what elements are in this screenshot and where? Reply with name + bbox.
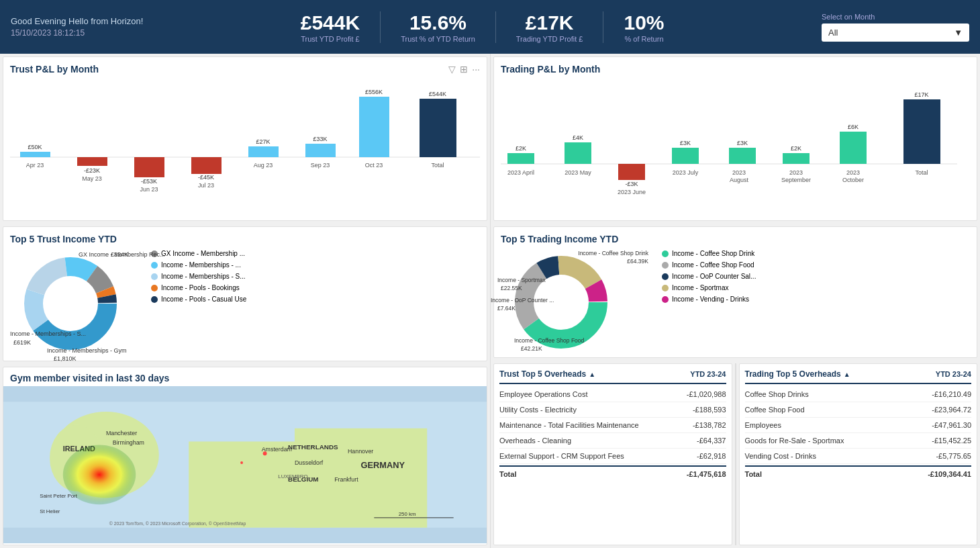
trading-overhead-total: Total -£109,364.41 bbox=[745, 465, 972, 482]
trust-donut-label-gym: Income - Memberships - Gym bbox=[47, 347, 127, 354]
trading-row4-value: -£5,775.65 bbox=[936, 452, 971, 460]
trust-donut-label-smem: Income - Memberships - S... bbox=[10, 330, 86, 337]
expand-icon[interactable]: ⊞ bbox=[460, 64, 468, 75]
trust-row2-name: Maintenance - Total Facilities Maintenan… bbox=[499, 421, 693, 429]
table-divider bbox=[735, 363, 736, 545]
trading-row3-name: Goods for Re-Sale - Sportmax bbox=[745, 437, 932, 445]
svg-text:Birmingham: Birmingham bbox=[113, 439, 144, 446]
svg-text:£27K: £27K bbox=[256, 138, 270, 145]
svg-point-56 bbox=[263, 451, 267, 455]
trust-total-value: -£1,475,618 bbox=[687, 470, 726, 478]
svg-text:£2K: £2K bbox=[791, 145, 801, 152]
legend-label-mem1: Income - Memberships - ... bbox=[161, 261, 241, 269]
kpi-trust-return-label: Trust % of YTD Return bbox=[401, 35, 475, 43]
main-content: Trust P&L by Month ▽ ⊞ ··· £50K Ap bbox=[0, 54, 980, 548]
more-icon[interactable]: ··· bbox=[472, 64, 480, 75]
svg-text:2023: 2023 bbox=[789, 169, 803, 176]
trading-income-chart: Top 5 Trading Income YTD bbox=[493, 226, 977, 358]
legend-item-gx: GX Income - Membership ... bbox=[151, 250, 480, 257]
trust-row1-name: Utility Costs - Electricity bbox=[499, 406, 693, 414]
svg-text:Frankfurt: Frankfurt bbox=[334, 476, 358, 483]
gym-map-title: Gym member visited in last 30 days bbox=[3, 367, 487, 386]
svg-text:£556K: £556K bbox=[365, 89, 383, 95]
kpi-pct-return: 10% % of Return bbox=[603, 11, 684, 43]
svg-text:Amsterdam: Amsterdam bbox=[262, 446, 292, 453]
trading-row1-name: Coffee Shop Food bbox=[745, 406, 932, 414]
month-select[interactable]: All ▼ bbox=[822, 24, 969, 42]
trust-donut-value-gx: £324K bbox=[111, 251, 128, 258]
kpi-trading-profit-value: £17K bbox=[516, 11, 583, 34]
trust-row4-name: External Support - CRM Support Fees bbox=[499, 452, 697, 460]
svg-text:Jul 23: Jul 23 bbox=[198, 182, 214, 189]
kpi-trust-profit-label: Trust YTD Profit £ bbox=[301, 35, 360, 43]
trust-pl-bar-chart: £50K Apr 23 -£23K May 23 -£53K Jun 23 -£… bbox=[10, 87, 480, 204]
kpi-trust-return: 15.6% Trust % of YTD Return bbox=[381, 11, 496, 43]
header-greeting: Good Evening Hello from Horizon! 15/10/2… bbox=[11, 15, 143, 39]
filter-label: Select on Month bbox=[822, 13, 969, 21]
svg-text:-£23K: -£23K bbox=[84, 167, 100, 174]
kpi-trading-profit-label: Trading YTD Profit £ bbox=[516, 35, 583, 43]
greeting-text: Good Evening Hello from Horizon! bbox=[11, 15, 143, 28]
trading-overhead-row-4: Vending Cost - Drinks -£5,775.65 bbox=[745, 449, 972, 464]
trading-pl-title: Trading P&L by Month bbox=[501, 64, 970, 75]
trading-donut-label-oop: Income - OoP Counter ... bbox=[491, 297, 554, 304]
svg-rect-4 bbox=[77, 157, 107, 166]
trading-donut-label-sportmax: Income - Sportmax bbox=[497, 277, 546, 283]
svg-rect-75 bbox=[783, 153, 810, 164]
svg-text:£50K: £50K bbox=[28, 144, 42, 150]
svg-text:£33K: £33K bbox=[313, 136, 327, 142]
kpi-trust-profit-value: £544K bbox=[301, 11, 360, 34]
trading-donut-label-food: Income - Coffee Shop Food bbox=[514, 337, 584, 344]
svg-point-32 bbox=[44, 277, 97, 330]
month-filter: Select on Month All ▼ bbox=[822, 13, 969, 42]
legend-label-mem2: Income - Memberships - S... bbox=[161, 273, 246, 280]
trading-row3-value: -£15,452.25 bbox=[932, 437, 971, 445]
kpi-bar: £544K Trust YTD Profit £ 15.6% Trust % o… bbox=[156, 11, 808, 43]
left-panel: Trust P&L by Month ▽ ⊞ ··· £50K Ap bbox=[0, 54, 491, 548]
svg-point-57 bbox=[240, 461, 243, 464]
trading-row0-value: -£16,210.49 bbox=[932, 390, 971, 398]
trading-income-legend: Income - Coffee Shop Drink Income - Coff… bbox=[662, 250, 970, 351]
svg-text:2023: 2023 bbox=[846, 169, 860, 176]
legend-item-pools-book: Income - Pools - Bookings bbox=[151, 284, 480, 291]
trading-overhead-row-2: Employees -£47,961.30 bbox=[745, 418, 972, 433]
trading-donut-value-drink: £64.39K bbox=[627, 258, 648, 265]
trading-row2-name: Employees bbox=[745, 421, 932, 429]
chart-toolbar[interactable]: ▽ ⊞ ··· bbox=[448, 64, 480, 75]
trading-donut-label-drink: Income - Coffee Shop Drink bbox=[578, 250, 648, 257]
filter-icon[interactable]: ▽ bbox=[448, 64, 456, 75]
svg-rect-83 bbox=[903, 99, 940, 164]
svg-text:LUXEMBRO...: LUXEMBRO... bbox=[278, 473, 312, 479]
trust-income-legend: GX Income - Membership ... Income - Memb… bbox=[151, 250, 480, 354]
sort-arrow-trading[interactable]: ▲ bbox=[844, 371, 850, 378]
svg-text:250 km: 250 km bbox=[399, 511, 416, 517]
legend-label-pools-book: Income - Pools - Bookings bbox=[161, 284, 240, 291]
legend-dot-pools-casual bbox=[151, 296, 158, 303]
svg-rect-65 bbox=[618, 164, 645, 180]
svg-text:September: September bbox=[781, 177, 811, 183]
legend-label-oop: Income - OoP Counter Sal... bbox=[672, 273, 756, 280]
trading-pl-bar-chart: £2K 2023 April £4K 2023 May -£3K 2023 Ju… bbox=[501, 83, 957, 201]
legend-label-pools-casual: Income - Pools - Casual Use bbox=[161, 295, 246, 303]
svg-text:2023 April: 2023 April bbox=[507, 169, 534, 176]
legend-item-mem1: Income - Memberships - ... bbox=[151, 261, 480, 269]
legend-label-sportmax: Income - Sportmax bbox=[672, 284, 728, 291]
legend-dot-oop bbox=[662, 273, 669, 280]
svg-text:£544K: £544K bbox=[429, 91, 446, 97]
svg-text:2023 June: 2023 June bbox=[618, 189, 646, 195]
sort-arrow-trust[interactable]: ▲ bbox=[589, 371, 595, 378]
trust-overhead-row-1: Utility Costs - Electricity -£188,593 bbox=[499, 402, 726, 418]
legend-item-vending: Income - Vending - Drinks bbox=[662, 295, 970, 303]
trust-overhead-row-4: External Support - CRM Support Fees -£62… bbox=[499, 449, 726, 464]
svg-text:£6K: £6K bbox=[848, 124, 859, 130]
svg-text:2023 May: 2023 May bbox=[565, 169, 591, 176]
svg-text:Oct 23: Oct 23 bbox=[365, 162, 383, 169]
svg-rect-62 bbox=[565, 142, 591, 164]
svg-text:Sep 23: Sep 23 bbox=[311, 162, 330, 169]
overheads-tables: Trust Top 5 Overheads ▲ YTD 23-24 Employ… bbox=[491, 361, 980, 548]
trust-row3-name: Overheads - Cleaning bbox=[499, 437, 697, 445]
chevron-down-icon: ▼ bbox=[954, 28, 963, 38]
svg-text:Manchester: Manchester bbox=[106, 430, 137, 437]
trust-donut-svg bbox=[10, 250, 144, 354]
datetime-text: 15/10/2023 18:12:15 bbox=[11, 28, 143, 39]
